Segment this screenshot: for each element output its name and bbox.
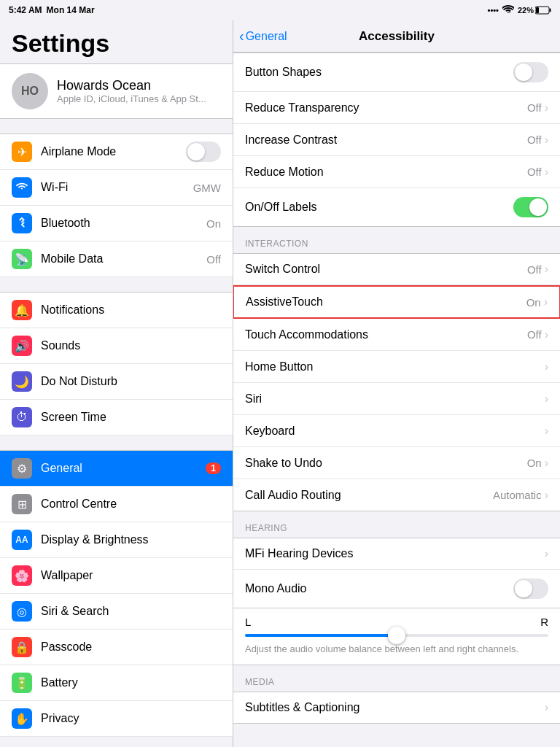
panel-item-increase-contrast[interactable]: Increase Contrast Off › <box>233 124 560 156</box>
battery-sidebar-icon: 🔋 <box>12 673 32 693</box>
sidebar-item-mobile-data[interactable]: 📡 Mobile Data Off <box>0 241 233 277</box>
panel-item-switch-control[interactable]: Switch Control Off › <box>233 253 560 285</box>
svg-rect-1 <box>550 9 551 12</box>
airplane-mode-toggle[interactable] <box>186 142 221 162</box>
back-label: General <box>246 30 287 43</box>
panel-item-mfi-hearing-devices[interactable]: MFi Hearing Devices › <box>233 538 560 570</box>
panel-item-home-button[interactable]: Home Button › <box>233 351 560 383</box>
panel-item-assistive-touch[interactable]: AssistiveTouch On › <box>233 285 560 319</box>
status-date: Mon 14 Mar <box>47 5 95 15</box>
screen-time-label: Screen Time <box>41 411 221 424</box>
reduce-transparency-value: Off <box>527 101 542 114</box>
sidebar-item-passcode[interactable]: 🔒 Passcode <box>0 630 233 665</box>
mono-audio-label: Mono Audio <box>245 582 513 595</box>
assistive-touch-chevron-icon: › <box>544 295 548 309</box>
panel-item-keyboard[interactable]: Keyboard › <box>233 415 560 447</box>
balance-slider-fill <box>245 634 397 637</box>
media-section-label: MEDIA <box>233 665 560 692</box>
wallpaper-label: Wallpaper <box>41 569 221 582</box>
mobile-data-icon: 📡 <box>12 249 32 269</box>
panel-item-reduce-motion[interactable]: Reduce Motion Off › <box>233 156 560 188</box>
sidebar-item-sounds[interactable]: 🔊 Sounds <box>0 328 233 364</box>
bluetooth-value: On <box>206 217 221 230</box>
panel-nav: ‹ General Accessibility <box>233 20 560 53</box>
general-badge: 1 <box>206 462 221 474</box>
sidebar-item-screen-time[interactable]: ⏱ Screen Time <box>0 400 233 436</box>
reduce-motion-value: Off <box>527 166 542 178</box>
avatar: HO <box>12 73 48 109</box>
wifi-icon <box>502 5 514 16</box>
panel-item-call-audio-routing[interactable]: Call Audio Routing Automatic › <box>233 479 560 511</box>
back-button[interactable]: ‹ General <box>239 28 287 44</box>
sidebar-item-siri-search[interactable]: ◎ Siri & Search <box>0 594 233 630</box>
panel-item-subtitles-captioning[interactable]: Subtitles & Captioning › <box>233 692 560 724</box>
shake-to-undo-chevron-icon: › <box>545 457 548 470</box>
on-off-labels-toggle[interactable] <box>513 197 548 217</box>
assistive-touch-value: On <box>526 296 541 309</box>
sidebar-item-wallpaper[interactable]: 🌸 Wallpaper <box>0 558 233 594</box>
panel-item-mono-audio[interactable]: Mono Audio <box>233 570 560 608</box>
call-audio-routing-chevron-icon: › <box>545 489 548 502</box>
sidebar-item-general[interactable]: ⚙ General 1 <box>0 450 233 487</box>
mfi-hearing-devices-label: MFi Hearing Devices <box>245 547 545 560</box>
control-centre-label: Control Centre <box>41 498 221 511</box>
panel-item-shake-to-undo[interactable]: Shake to Undo On › <box>233 447 560 479</box>
sidebar-item-display-brightness[interactable]: AA Display & Brightness <box>0 522 233 558</box>
sidebar-section-2: 🔔 Notifications 🔊 Sounds 🌙 Do Not Distur… <box>0 292 233 436</box>
bluetooth-label: Bluetooth <box>41 217 206 230</box>
sidebar-item-wifi[interactable]: Wi-Fi GMW <box>0 170 233 206</box>
back-chevron-icon: ‹ <box>239 28 244 44</box>
sidebar-item-do-not-disturb[interactable]: 🌙 Do Not Disturb <box>0 364 233 400</box>
profile-row[interactable]: HO Howards Ocean Apple ID, iCloud, iTune… <box>0 63 233 119</box>
passcode-label: Passcode <box>41 640 221 654</box>
assistive-touch-label: AssistiveTouch <box>246 295 526 309</box>
profile-sub: Apple ID, iCloud, iTunes & App St... <box>57 93 206 104</box>
mono-audio-toggle[interactable] <box>513 578 548 599</box>
sidebar-section-1: ✈ Airplane Mode Wi-Fi GMW Bluetooth On 📡 <box>0 133 233 277</box>
status-time: 5:42 AM <box>9 5 42 15</box>
sidebar-item-notifications[interactable]: 🔔 Notifications <box>0 292 233 328</box>
sidebar-item-airplane-mode[interactable]: ✈ Airplane Mode <box>0 133 233 170</box>
siri-chevron-icon: › <box>545 392 548 406</box>
siri-label: Siri <box>245 392 545 406</box>
sidebar-item-battery[interactable]: 🔋 Battery <box>0 665 233 701</box>
shake-to-undo-value: On <box>527 457 542 469</box>
display-brightness-icon: AA <box>12 530 32 550</box>
panel-item-reduce-transparency[interactable]: Reduce Transparency Off › <box>233 92 560 124</box>
notifications-label: Notifications <box>41 303 221 317</box>
call-audio-routing-label: Call Audio Routing <box>245 489 493 502</box>
hearing-balance-container: L R Adjust the audio volume balance betw… <box>233 608 560 665</box>
panel-item-button-shapes[interactable]: Button Shapes <box>233 53 560 92</box>
home-button-label: Home Button <box>245 360 545 374</box>
touch-accommodations-chevron-icon: › <box>545 328 548 341</box>
interaction-section-label: INTERACTION <box>233 227 560 253</box>
do-not-disturb-label: Do Not Disturb <box>41 375 221 388</box>
reduce-transparency-chevron-icon: › <box>545 101 548 115</box>
on-off-labels-label: On/Off Labels <box>245 201 513 214</box>
sidebar-item-privacy[interactable]: ✋ Privacy <box>0 701 233 737</box>
display-brightness-label: Display & Brightness <box>41 533 221 546</box>
reduce-motion-label: Reduce Motion <box>245 166 527 179</box>
button-shapes-toggle[interactable] <box>513 62 548 82</box>
sidebar-item-bluetooth[interactable]: Bluetooth On <box>0 206 233 241</box>
signal-icon: •••• <box>488 6 499 15</box>
switch-control-label: Switch Control <box>245 263 527 276</box>
reduce-motion-chevron-icon: › <box>545 166 548 179</box>
profile-info: Howards Ocean Apple ID, iCloud, iTunes &… <box>57 78 206 104</box>
increase-contrast-chevron-icon: › <box>545 133 548 147</box>
increase-contrast-value: Off <box>527 133 542 146</box>
wifi-icon <box>12 177 32 198</box>
sidebar-item-control-centre[interactable]: ⊞ Control Centre <box>0 487 233 522</box>
sidebar: Settings HO Howards Ocean Apple ID, iClo… <box>0 20 233 747</box>
screen-time-icon: ⏱ <box>12 407 32 427</box>
balance-slider-track[interactable] <box>245 634 548 637</box>
notifications-icon: 🔔 <box>12 300 32 320</box>
switch-control-value: Off <box>527 263 542 276</box>
shake-to-undo-label: Shake to Undo <box>245 457 527 470</box>
panel-item-touch-accommodations[interactable]: Touch Accommodations Off › <box>233 319 560 351</box>
panel-item-on-off-labels[interactable]: On/Off Labels <box>233 188 560 227</box>
panel-item-siri[interactable]: Siri › <box>233 383 560 415</box>
balance-slider-thumb[interactable] <box>388 627 405 644</box>
keyboard-chevron-icon: › <box>545 425 548 438</box>
siri-search-label: Siri & Search <box>41 605 221 618</box>
